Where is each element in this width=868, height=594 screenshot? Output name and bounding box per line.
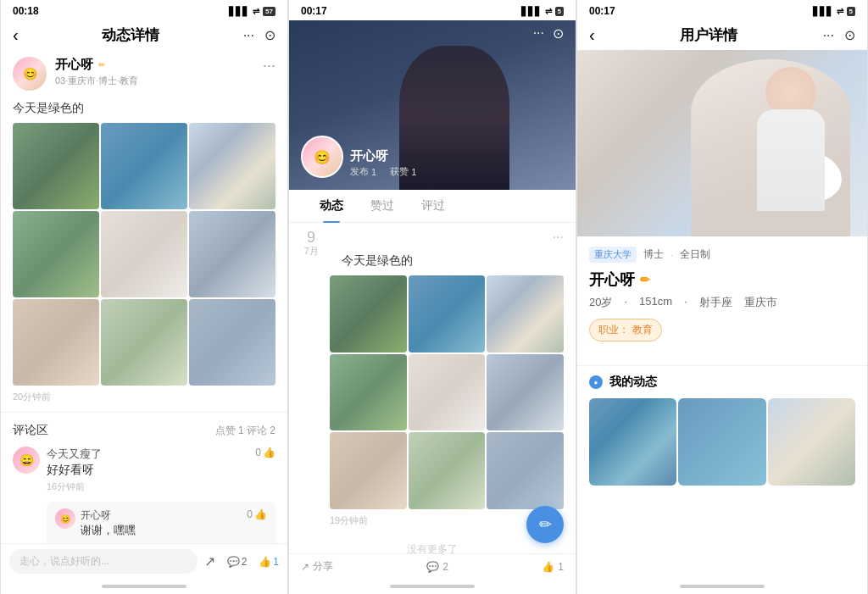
back-button-1[interactable]: ‹ [13,25,19,45]
divider-1 [1,412,287,413]
tab-feed[interactable]: 动态 [306,190,357,222]
hero-name: 开心呀 [350,148,388,164]
photo-6[interactable] [189,211,275,297]
p2-share[interactable]: ↗ 分享 [301,559,333,574]
photo-1[interactable] [13,123,99,209]
status-time-3: 00:17 [589,5,615,17]
bottom-icons-1: ↗ 💬2 👍1 [204,553,279,569]
p2-likes[interactable]: 👍 1 [542,561,564,573]
comment-stats: 点赞 1 评论 2 [215,424,275,438]
like-count-1: 0 👍 [255,447,275,458]
tab-commented[interactable]: 评过 [408,190,459,222]
feed-post: ··· 今天是绿色的 19分钟前 [330,230,564,532]
post-user-row: 😊 开心呀 ✏ 03·重庆市·博士·教育 ··· [1,50,287,97]
my-post-thumb-1[interactable] [589,398,676,486]
photo-9[interactable] [189,299,275,386]
hero-stats: 发布 1 获赞 1 [350,165,416,178]
reply-text-1: 谢谢，嘿嘿 [81,523,242,538]
status-time-1: 00:18 [13,5,39,17]
my-posts-grid [577,398,867,497]
post-more-dots-1[interactable]: ··· [263,57,275,75]
page-title-1: 动态详情 [102,25,159,45]
photo-8[interactable] [101,299,187,386]
comment-avatar-1: 😄 [13,447,40,474]
feed-photo-4[interactable] [330,354,407,431]
feed-photo-grid [330,275,564,509]
feed-photo-6[interactable] [487,354,564,431]
wifi-icon-1: ⇌ [253,7,259,16]
status-icons-3: ▋▋▋ ⇌ 5 [813,7,855,16]
more-button-3[interactable]: ··· [823,28,834,43]
battery-2: 5 [555,7,564,16]
signal-icon-1: ▋▋▋ [229,7,249,16]
thumb-icon-1[interactable]: 👍 [263,447,275,458]
date-column: 9 7月 [301,230,321,258]
feed-photo-7[interactable] [330,432,407,509]
reply-thumb-icon[interactable]: 👍 [254,508,267,520]
user-tag-icon-1: ✏ [98,60,105,69]
like-icon-1[interactable]: 👍1 [259,556,279,568]
dot-1: · [670,249,673,261]
comment-input-1[interactable]: 走心，说点好听的... [9,549,198,574]
more-button-1[interactable]: ··· [243,28,254,43]
nav-bar-3: ‹ 用户详情 ··· ⊙ [577,20,867,50]
phone-3: 00:17 ▋▋▋ ⇌ 5 ‹ 用户详情 ··· ⊙ 重庆大学 [576,0,868,594]
nav-icons-1: ··· ⊙ [243,27,275,43]
feed-photo-1[interactable] [330,275,407,353]
feed-photo-9[interactable] [487,432,564,509]
hero-target[interactable]: ⊙ [553,25,564,42]
photo-7[interactable] [13,299,99,386]
photo-5[interactable] [101,211,187,297]
status-icons-2: ▋▋▋ ⇌ 5 [521,7,564,16]
status-bar-3: 00:17 ▋▋▋ ⇌ 5 [577,0,867,20]
share-icon-2: ↗ [301,561,309,573]
status-time-2: 00:17 [301,5,327,17]
share-icon-1[interactable]: ↗ [204,553,215,569]
photo-3[interactable] [189,123,275,209]
user-detail-tag-icon: ✏ [640,273,650,286]
date-month: 7月 [303,245,318,258]
back-button-3[interactable]: ‹ [589,25,595,45]
user-detail-card: 重庆大学 博士 · 全日制 开心呀 ✏ 20岁 · 151cm · 射手座 重庆… [577,236,867,357]
user-info-1: 开心呀 ✏ 03·重庆市·博士·教育 [55,57,254,87]
degree-tag: 博士 [643,247,664,262]
hero-more[interactable]: ··· [533,25,544,42]
phone-1: 00:18 ▋▋▋ ⇌ 57 ‹ 动态详情 ··· ⊙ 😊 开心呀 ✏ [0,0,288,594]
p2-bottom-bar: ↗ 分享 💬 2 👍 1 [289,553,576,579]
avatar-img-1: 😊 [13,57,47,91]
status-icons-1: ▋▋▋ ⇌ 57 [229,7,275,16]
photo-2[interactable] [101,123,187,209]
user-meta-1: 03·重庆市·博士·教育 [55,75,254,87]
battery-3: 5 [847,7,855,16]
avatar-1: 😊 [13,57,47,91]
hero-avatar[interactable]: 😊 [301,136,343,178]
reply-avatar-1: 😊 [55,508,75,529]
tab-liked[interactable]: 赞过 [357,190,408,222]
my-post-thumb-2[interactable] [678,398,765,486]
feed-more[interactable]: ··· [553,230,564,245]
comment-label: 评论区 [13,423,48,438]
wifi-icon-2: ⇌ [545,7,552,16]
user-detail-name: 开心呀 ✏ [589,269,855,290]
post-time-1: 20分钟前 [1,386,287,408]
photo-4[interactable] [13,211,99,297]
feed-photo-3[interactable] [487,275,564,353]
feed-photo-8[interactable] [409,432,486,509]
profile-hero-img [577,50,867,236]
section-header: ● 我的动态 [577,366,867,398]
comment-header: 评论区 点赞 1 评论 2 [1,416,287,441]
fab-button[interactable]: ✏ [526,506,564,543]
feed-photo-5[interactable] [409,354,486,431]
feed-photo-2[interactable] [409,275,486,353]
city-detail: 重庆市 [744,295,777,310]
section-dot: ● [589,375,603,389]
my-post-thumb-3[interactable] [768,398,855,486]
photo-grid-1 [1,123,287,386]
target-icon-1[interactable]: ⊙ [264,27,275,43]
phone-2: 00:17 ▋▋▋ ⇌ 5 😊 开心呀 发布 1 获赞 1 ··· [288,0,576,594]
feed-date-section: 9 7月 ··· 今天是绿色的 [289,223,576,532]
p2-comments[interactable]: 💬 2 [426,561,448,573]
person-body [757,109,825,211]
target-icon-3[interactable]: ⊙ [844,27,855,43]
comment-icon-1[interactable]: 💬2 [227,556,248,568]
